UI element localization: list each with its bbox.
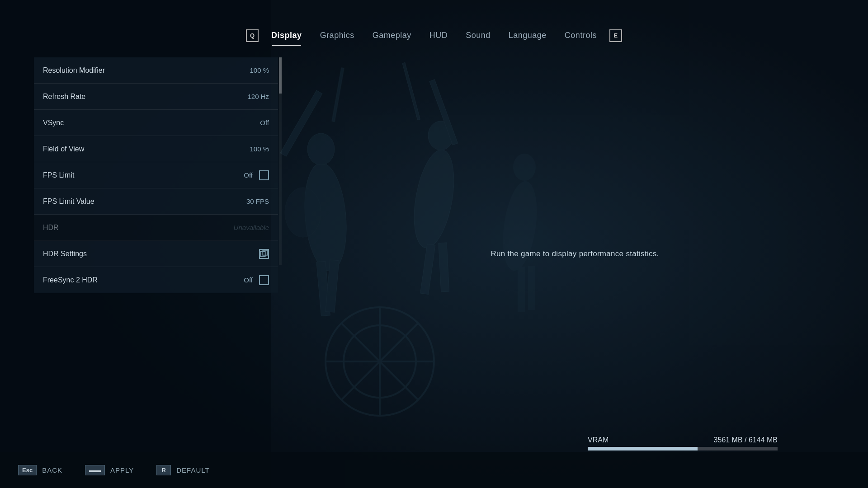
main-layout: Resolution Modifier100 %Refresh Rate120 …	[0, 48, 868, 478]
nav-bar: Q DisplayGraphicsGameplayHUDSoundLanguag…	[0, 0, 868, 48]
setting-row-freesync-2-hdr[interactable]: FreeSync 2 HDROff	[34, 267, 278, 293]
setting-value-vsync: Off	[260, 119, 269, 127]
right-key-badge[interactable]: E	[609, 29, 622, 42]
setting-value-group-hdr: Unavailable	[234, 224, 269, 231]
expand-icon-hdr-settings[interactable]	[259, 249, 269, 259]
setting-row-fps-limit-value[interactable]: FPS Limit Value30 FPS	[34, 188, 278, 215]
setting-label-fps-limit-value: FPS Limit Value	[43, 197, 94, 206]
setting-row-vsync[interactable]: VSyncOff	[34, 110, 278, 136]
key-badge-back: Esc	[18, 465, 37, 475]
info-panel: Run the game to display performance stat…	[282, 57, 868, 478]
bottom-action-default[interactable]: RDEFAULT	[156, 465, 209, 475]
setting-label-vsync: VSync	[43, 119, 64, 127]
vram-label: VRAM	[588, 436, 609, 444]
vram-bar-free	[698, 447, 778, 450]
settings-area: Resolution Modifier100 %Refresh Rate120 …	[0, 57, 282, 478]
setting-value-resolution-modifier: 100 %	[250, 66, 269, 74]
nav-tabs: DisplayGraphicsGameplayHUDSoundLanguageC…	[262, 27, 606, 44]
action-label-back: BACK	[42, 466, 62, 474]
setting-value-group-fps-limit-value: 30 FPS	[246, 197, 269, 205]
vram-bar-used	[588, 447, 698, 450]
settings-panel: Resolution Modifier100 %Refresh Rate120 …	[34, 57, 278, 478]
setting-value-group-field-of-view: 100 %	[250, 145, 269, 153]
setting-value-hdr: Unavailable	[234, 224, 269, 231]
setting-label-hdr: HDR	[43, 224, 59, 232]
vram-section: VRAM 3561 MB / 6144 MB	[588, 436, 778, 450]
setting-row-field-of-view[interactable]: Field of View100 %	[34, 136, 278, 162]
tab-hud[interactable]: HUD	[420, 27, 457, 44]
key-badge-default: R	[156, 465, 171, 475]
setting-label-freesync-2-hdr: FreeSync 2 HDR	[43, 276, 98, 284]
action-label-default: DEFAULT	[176, 466, 209, 474]
bottom-bar: EscBACK▬▬APPLYRDEFAULT	[0, 452, 868, 488]
setting-value-freesync-2-hdr: Off	[244, 276, 253, 284]
performance-message: Run the game to display performance stat…	[491, 249, 659, 258]
setting-value-group-fps-limit: Off	[244, 170, 269, 180]
setting-value-refresh-rate: 120 Hz	[247, 93, 269, 100]
vram-value: 3561 MB / 6144 MB	[714, 436, 778, 444]
vram-bar	[588, 447, 778, 450]
setting-label-field-of-view: Field of View	[43, 145, 84, 153]
setting-row-hdr: HDRUnavailable	[34, 215, 278, 241]
tab-display[interactable]: Display	[262, 27, 311, 44]
tab-graphics[interactable]: Graphics	[311, 27, 363, 44]
main-content: Q DisplayGraphicsGameplayHUDSoundLanguag…	[0, 0, 868, 488]
setting-value-group-refresh-rate: 120 Hz	[247, 93, 269, 100]
setting-value-group-resolution-modifier: 100 %	[250, 66, 269, 74]
action-label-apply: APPLY	[110, 466, 134, 474]
setting-value-group-freesync-2-hdr: Off	[244, 275, 269, 285]
key-badge-apply: ▬▬	[85, 465, 105, 475]
checkbox-freesync-2-hdr[interactable]	[259, 275, 269, 285]
vram-header: VRAM 3561 MB / 6144 MB	[588, 436, 778, 444]
bottom-action-apply[interactable]: ▬▬APPLY	[85, 465, 134, 475]
setting-label-resolution-modifier: Resolution Modifier	[43, 66, 105, 75]
setting-row-hdr-settings[interactable]: HDR Settings	[34, 241, 278, 267]
setting-row-refresh-rate[interactable]: Refresh Rate120 Hz	[34, 84, 278, 110]
setting-value-fps-limit-value: 30 FPS	[246, 197, 269, 205]
tab-sound[interactable]: Sound	[457, 27, 500, 44]
setting-row-fps-limit[interactable]: FPS LimitOff	[34, 162, 278, 188]
tab-controls[interactable]: Controls	[556, 27, 606, 44]
checkbox-fps-limit[interactable]	[259, 170, 269, 180]
setting-value-group-hdr-settings	[259, 249, 269, 259]
tab-gameplay[interactable]: Gameplay	[363, 27, 420, 44]
setting-label-hdr-settings: HDR Settings	[43, 250, 87, 258]
left-key-badge[interactable]: Q	[246, 29, 259, 42]
setting-value-field-of-view: 100 %	[250, 145, 269, 153]
setting-label-refresh-rate: Refresh Rate	[43, 93, 85, 101]
setting-value-fps-limit: Off	[244, 171, 253, 179]
tab-language[interactable]: Language	[500, 27, 556, 44]
setting-row-resolution-modifier[interactable]: Resolution Modifier100 %	[34, 57, 278, 84]
setting-value-group-vsync: Off	[260, 119, 269, 127]
setting-label-fps-limit: FPS Limit	[43, 171, 74, 179]
bottom-action-back[interactable]: EscBACK	[18, 465, 62, 475]
